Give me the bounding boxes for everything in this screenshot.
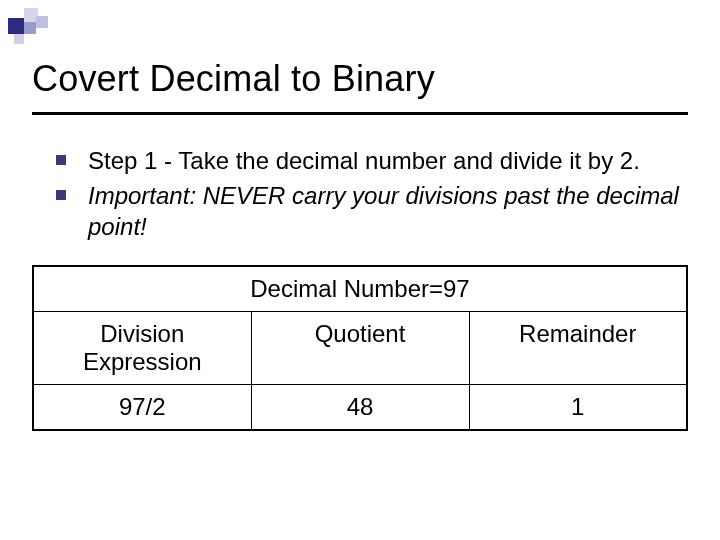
column-header: Quotient [251, 311, 469, 384]
bullet-item: Important: NEVER carry your divisions pa… [56, 180, 680, 242]
square-bullet-icon [56, 155, 66, 165]
table-header-row: Decimal Number=97 [33, 266, 687, 312]
table-cell-quotient: 48 [251, 384, 469, 430]
table-row: 97/2 48 1 [33, 384, 687, 430]
table-column-row: Division Expression Quotient Remainder [33, 311, 687, 384]
corner-decoration [8, 8, 78, 46]
table-title-cell: Decimal Number=97 [33, 266, 687, 312]
column-header: Division Expression [33, 311, 251, 384]
square-bullet-icon [56, 190, 66, 200]
table-cell-expression: 97/2 [33, 384, 251, 430]
bullet-text: Step 1 - Take the decimal number and div… [88, 145, 680, 176]
bullet-text: Important: NEVER carry your divisions pa… [88, 180, 680, 242]
conversion-table: Decimal Number=97 Division Expression Qu… [32, 265, 688, 431]
column-header: Remainder [469, 311, 687, 384]
page-title: Covert Decimal to Binary [0, 0, 720, 112]
bullet-item: Step 1 - Take the decimal number and div… [56, 145, 680, 176]
content-area: Step 1 - Take the decimal number and div… [0, 115, 720, 243]
table-cell-remainder: 1 [469, 384, 687, 430]
